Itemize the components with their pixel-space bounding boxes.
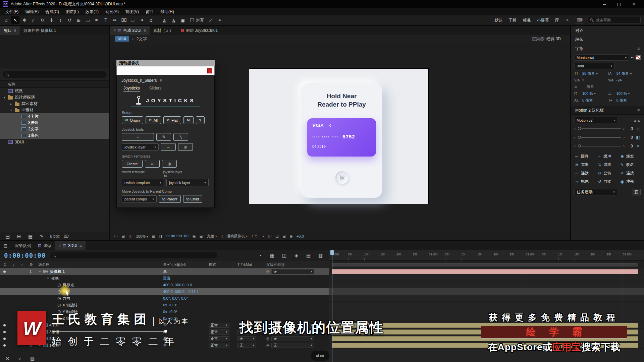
timeline-search[interactable]: [50, 252, 217, 258]
pickwhip-icon[interactable]: ◎: [266, 269, 270, 274]
slider-right-arrow[interactable]: ›: [623, 135, 625, 140]
menu-item[interactable]: 窗口: [142, 8, 157, 15]
fill-color-swatch[interactable]: [636, 55, 641, 60]
eyedropper-icon[interactable]: ✒: [631, 55, 634, 60]
project-item[interactable]: ▾ UI素材: [0, 107, 109, 113]
help-search[interactable]: [588, 17, 641, 23]
joystick-null-button[interactable]: ▫: [122, 133, 154, 141]
tracking-value[interactable]: -24: [616, 78, 622, 82]
slider-track[interactable]: [578, 137, 621, 138]
tab-render-queue[interactable]: 渲染队列: [11, 241, 35, 250]
minimize-button[interactable]: ─: [597, 0, 612, 8]
horizontal-scale-value[interactable]: 100 %: [616, 92, 627, 96]
chain-button[interactable]: ∞: [145, 160, 160, 168]
zoom-tool-icon[interactable]: ⌕: [29, 16, 38, 24]
to-child-button[interactable]: to Child: [183, 195, 202, 203]
slider-right-arrow[interactable]: ›: [623, 144, 625, 148]
magnification-dropdown[interactable]: 100% ▾: [136, 234, 148, 238]
pan-behind-tool-icon[interactable]: ⊞: [74, 16, 83, 24]
channels-icon[interactable]: ▣: [200, 234, 203, 239]
current-time-indicator[interactable]: [332, 250, 332, 362]
viewer-timecode[interactable]: 0:00:00:00: [166, 234, 189, 238]
all-button[interactable]: ↺All: [146, 116, 161, 124]
project-item[interactable]: ▸ 其它素材: [0, 101, 109, 107]
grid-icon[interactable]: ⊞: [121, 234, 125, 239]
look-at-button[interactable]: ◉ 注视: [619, 178, 641, 185]
tab-sliders[interactable]: Sliders: [149, 86, 162, 92]
burst-button[interactable]: ✺ 爆发: [619, 153, 641, 160]
unlink-button[interactable]: ◎: [178, 143, 193, 151]
flowchart-icon[interactable]: ⊞: [282, 234, 286, 239]
breadcrumb-comp[interactable]: 3DUI: [115, 36, 129, 42]
tab-shizuo[interactable]: 试做: [35, 241, 55, 250]
slider-value[interactable]: 0: [627, 126, 633, 131]
close-button[interactable]: ×: [627, 0, 641, 8]
restore-button[interactable]: ▢: [612, 0, 627, 8]
character-panel-header[interactable]: 字符 ≡: [571, 44, 644, 53]
switches-header[interactable]: 单✦＼fx▦◎⊙: [163, 262, 209, 267]
trail-button[interactable]: ⇝ 拖尾: [574, 178, 596, 185]
tab-project[interactable]: 项目 ≡: [0, 26, 20, 35]
puppet-pin-tool-icon[interactable]: ☌: [147, 16, 155, 24]
adjust-icon[interactable]: ✎: [38, 232, 46, 240]
row-label[interactable]: 摄像机 1: [50, 269, 65, 274]
eye-toggle[interactable]: [3, 270, 6, 273]
project-item[interactable]: 3DUI: [0, 139, 109, 145]
target-icon[interactable]: ⌖: [216, 16, 224, 24]
rings-button[interactable]: ◎: [162, 160, 177, 168]
twirl-icon[interactable]: ▾: [46, 277, 50, 280]
pickwhip-icon[interactable]: ◎: [266, 336, 270, 341]
eraser-tool-icon[interactable]: ▱: [129, 16, 137, 24]
parent-link-header[interactable]: 父级和链接: [266, 262, 329, 267]
bounce-button[interactable]: ⇅ 弹跳: [596, 161, 619, 169]
timeline-track-row[interactable]: [329, 288, 644, 295]
twirl-icon[interactable]: ▸: [9, 102, 13, 106]
chart-icon[interactable]: ▥: [316, 251, 325, 259]
clone-stamp-tool-icon[interactable]: ⌧: [120, 16, 128, 24]
timeline-row[interactable]: ▾ ◷ 变换 重置 ▾ ▾ ◎ ▾: [0, 275, 329, 282]
property-value[interactable]: 400.0, 300.0, -1111.1: [163, 290, 199, 294]
twirl-icon[interactable]: ▾: [3, 96, 6, 99]
bit-depth-button[interactable]: 8 bpc: [50, 234, 60, 239]
hand-tool-icon[interactable]: ❖: [20, 16, 29, 24]
project-item[interactable]: 4卡片: [0, 113, 109, 120]
parent-dropdown[interactable]: 无▾: [271, 343, 314, 348]
font-size-value[interactable]: 28 像素: [582, 71, 595, 76]
ease-button[interactable]: ≈ 缓冲: [596, 153, 619, 160]
home-icon[interactable]: ⌂: [2, 16, 10, 24]
rotobezier-icon[interactable]: ⟋: [207, 16, 215, 24]
menu-item[interactable]: 合成(C): [42, 8, 62, 15]
panel-list-icon[interactable]: ▤: [0, 241, 11, 250]
stopwatch-icon[interactable]: ◷: [57, 303, 61, 307]
origin-button[interactable]: ⊕Origin: [122, 116, 143, 124]
pen-tool-button[interactable]: ✎: [156, 133, 171, 141]
tab-joysticks[interactable]: Joysticks: [123, 86, 140, 92]
panel-menu-icon[interactable]: ≡: [637, 108, 640, 113]
monitor-icon[interactable]: ▭: [114, 234, 118, 239]
property-value[interactable]: 0.0°, 0.0°, 0.0°: [163, 296, 188, 300]
menu-item[interactable]: 动画(A): [102, 8, 122, 15]
brush-tool-icon[interactable]: ✏: [111, 16, 119, 24]
baseline-shift-value[interactable]: 0 像素: [582, 98, 593, 103]
new-comp-icon[interactable]: ▦: [26, 232, 35, 240]
motion-blur-icon[interactable]: ◫: [280, 251, 288, 259]
project-item[interactable]: ▾ 设计师探演: [0, 94, 109, 101]
current-timecode[interactable]: 0:00:00:00: [4, 252, 46, 259]
trkmat-header[interactable]: T TrkMat: [237, 262, 266, 266]
paragraph-panel-header[interactable]: 段落: [571, 35, 644, 44]
blend-mode-dropdown[interactable]: 正常▾: [209, 329, 229, 335]
dolly-camera-tool-icon[interactable]: ↕: [56, 16, 65, 24]
timeline-track-row[interactable]: [329, 302, 644, 308]
slider-knob[interactable]: [578, 127, 581, 130]
timeline-track-row[interactable]: [329, 275, 644, 282]
tab-footage[interactable]: 素材（无）: [150, 26, 177, 35]
blend-mode-dropdown[interactable]: 正常▾: [209, 323, 229, 328]
menu-item[interactable]: 图层(L): [62, 8, 82, 15]
slider-left-arrow[interactable]: ‹: [574, 126, 576, 131]
project-item[interactable]: 试做: [0, 88, 109, 94]
timeline-search-input[interactable]: [59, 253, 200, 258]
solo-column-icon[interactable]: ○: [21, 262, 23, 266]
work-area-bar[interactable]: [329, 261, 644, 268]
timeline-row[interactable]: ◷ X 轴旋转 0x +0.0° ▾ ▾ ◎ ▾: [0, 302, 329, 308]
frame-blend-icon[interactable]: ▦: [268, 251, 276, 259]
